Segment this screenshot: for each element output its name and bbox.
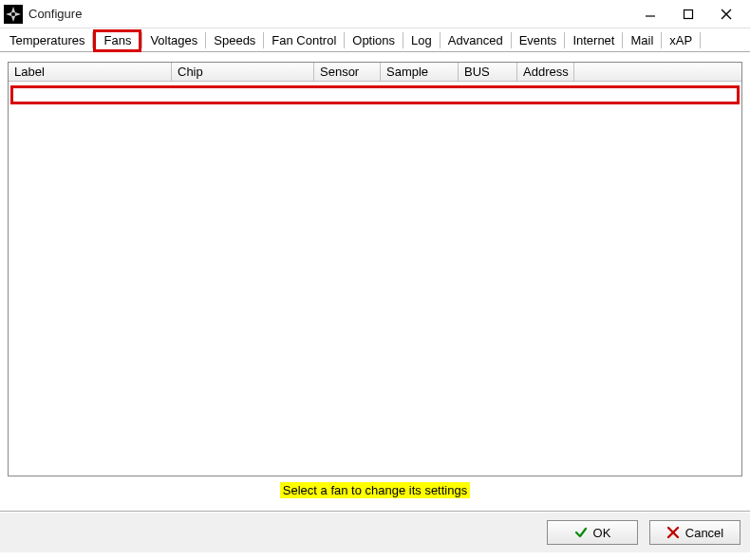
close-icon: [666, 526, 680, 539]
column-header-chip[interactable]: Chip: [172, 63, 314, 81]
column-header-sample[interactable]: Sample: [381, 63, 459, 81]
tab-internet[interactable]: Internet: [565, 30, 622, 51]
tabstrip: Temperatures Fans Voltages Speeds Fan Co…: [0, 28, 750, 52]
svg-line-5: [722, 9, 731, 19]
hint-bar: Select a fan to change its settings: [8, 482, 742, 501]
minimize-button[interactable]: [640, 4, 661, 25]
maximize-button[interactable]: [678, 4, 699, 25]
fan-table[interactable]: Label Chip Sensor Sample BUS Address: [8, 62, 742, 476]
app-icon: [4, 5, 23, 24]
window-title: Configure: [28, 7, 640, 21]
tab-options[interactable]: Options: [345, 30, 403, 51]
tab-temperatures[interactable]: Temperatures: [2, 30, 92, 51]
cancel-button[interactable]: Cancel: [649, 520, 741, 545]
tab-fans[interactable]: Fans: [93, 29, 141, 52]
tab-xap[interactable]: xAP: [662, 30, 700, 51]
table-header-row: Label Chip Sensor Sample BUS Address: [9, 63, 741, 82]
check-icon: [574, 526, 588, 539]
tab-advanced[interactable]: Advanced: [441, 30, 511, 51]
tab-fan-control[interactable]: Fan Control: [264, 30, 344, 51]
content-area: Label Chip Sensor Sample BUS Address Sel…: [0, 52, 750, 507]
footer: OK Cancel: [0, 513, 750, 552]
selected-row-highlight: [10, 85, 740, 104]
column-header-bus[interactable]: BUS: [459, 63, 517, 81]
svg-line-4: [722, 9, 731, 19]
column-header-sensor[interactable]: Sensor: [314, 63, 381, 81]
titlebar: Configure: [0, 0, 750, 28]
ok-button[interactable]: OK: [547, 520, 638, 545]
column-header-label[interactable]: Label: [9, 63, 172, 81]
column-header-address[interactable]: Address: [517, 63, 574, 81]
tab-mail[interactable]: Mail: [623, 30, 661, 51]
svg-point-1: [11, 12, 15, 16]
hint-text: Select a fan to change its settings: [280, 482, 470, 498]
close-button[interactable]: [716, 4, 737, 25]
tab-divider: [700, 32, 701, 48]
tab-voltages[interactable]: Voltages: [142, 30, 205, 51]
tab-log[interactable]: Log: [403, 30, 440, 51]
window-controls: [640, 4, 748, 25]
ok-button-label: OK: [593, 526, 611, 540]
cancel-button-label: Cancel: [685, 526, 723, 540]
svg-rect-3: [684, 9, 693, 18]
tab-speeds[interactable]: Speeds: [206, 30, 263, 51]
tab-events[interactable]: Events: [512, 30, 565, 51]
